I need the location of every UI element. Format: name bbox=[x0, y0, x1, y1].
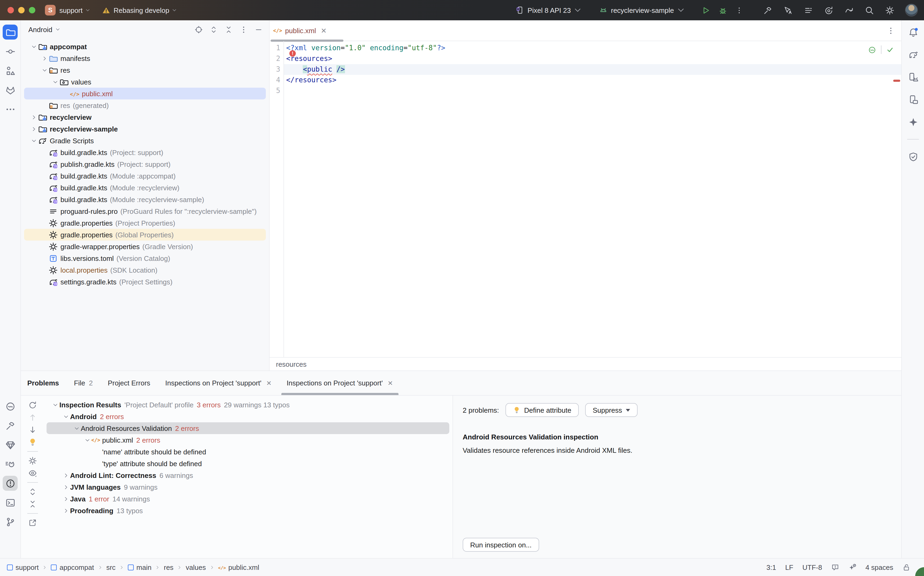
tree-item[interactable]: </>public.xml bbox=[24, 88, 266, 99]
run-inspection-button[interactable]: Run inspection on... bbox=[463, 538, 539, 552]
problem-row[interactable]: Android2 errors bbox=[47, 411, 449, 422]
tree-item[interactable]: manifests bbox=[24, 53, 266, 64]
problem-row[interactable]: Android Resources Validation2 errors bbox=[47, 422, 449, 434]
bulb-icon[interactable] bbox=[28, 438, 37, 446]
breadcrumb-item[interactable]: main bbox=[128, 563, 151, 571]
tool-stripe-more[interactable] bbox=[3, 102, 18, 117]
tree-item[interactable]: libs.versions.toml(Version Catalog) bbox=[24, 252, 266, 264]
tree-item[interactable]: res bbox=[24, 64, 266, 76]
rerun-icon[interactable] bbox=[28, 401, 37, 410]
tree-item[interactable]: settings.gradle.kts(Project Settings) bbox=[24, 276, 266, 288]
close-tab-icon[interactable]: ✕ bbox=[321, 26, 327, 35]
macos-close-button[interactable] bbox=[8, 7, 14, 13]
tree-item[interactable]: publish.gradle.kts(Project: support) bbox=[24, 158, 266, 170]
tree-item[interactable]: Gradle Scripts bbox=[24, 135, 266, 146]
ai-actions-icon[interactable] bbox=[784, 6, 793, 15]
tool-stripe-commit[interactable] bbox=[3, 44, 18, 59]
project-widget[interactable]: support bbox=[59, 6, 91, 14]
inspection-widget[interactable] bbox=[868, 45, 894, 54]
chevron-down-icon[interactable] bbox=[40, 66, 49, 74]
chevron-right-icon[interactable] bbox=[61, 506, 70, 515]
problem-row[interactable]: 'name' attribute should be defined bbox=[47, 446, 449, 458]
debug-button[interactable] bbox=[718, 6, 727, 15]
vcs-widget[interactable]: Rebasing develop bbox=[114, 6, 177, 14]
code-line[interactable]: !<resources> bbox=[284, 53, 901, 64]
define-attribute-button[interactable]: Define attribute bbox=[505, 403, 579, 417]
expand-all-icon[interactable] bbox=[28, 488, 37, 496]
tool-stripe-gradle-elephant[interactable] bbox=[906, 47, 921, 62]
editor-tab-public-xml[interactable]: </> public.xml ✕ bbox=[270, 20, 332, 41]
open-new-icon[interactable] bbox=[28, 518, 37, 527]
run-config-selector[interactable]: recyclerview-sample bbox=[599, 6, 689, 14]
comment-alert-icon[interactable] bbox=[831, 563, 839, 571]
eye-icon[interactable] bbox=[28, 469, 37, 477]
chevron-down-icon[interactable] bbox=[83, 436, 91, 444]
editor-options-icon[interactable] bbox=[887, 26, 895, 35]
tool-stripe-shield-check[interactable] bbox=[906, 149, 921, 164]
suppress-button[interactable]: Suppress bbox=[585, 403, 638, 417]
code-line[interactable]: <?xml version="1.0" encoding="utf-8"?> bbox=[284, 43, 901, 53]
arrow-up-disabled-icon[interactable] bbox=[28, 413, 37, 422]
chevron-down-icon[interactable] bbox=[51, 400, 59, 409]
collapse-all-icon[interactable] bbox=[28, 500, 37, 508]
problem-row[interactable]: Java1 error14 warnings bbox=[47, 493, 449, 505]
tool-stripe-device-manager[interactable] bbox=[906, 69, 921, 85]
code-line[interactable] bbox=[284, 86, 901, 96]
tool-stripe-structure[interactable] bbox=[3, 63, 18, 78]
tree-item[interactable]: local.properties(SDK Location) bbox=[24, 264, 266, 276]
code-line[interactable]: </resources> bbox=[284, 75, 901, 86]
tree-item[interactable]: appcompat bbox=[24, 41, 266, 53]
macos-minimize-button[interactable] bbox=[18, 7, 25, 13]
tool-stripe-inspections[interactable] bbox=[3, 399, 18, 414]
file-encoding[interactable]: UTF-8 bbox=[802, 563, 822, 571]
build-hammer-icon[interactable] bbox=[763, 6, 772, 15]
tree-item[interactable]: proguard-rules.pro(ProGuard Rules for ":… bbox=[24, 205, 266, 217]
close-tab-icon[interactable]: ✕ bbox=[266, 379, 272, 387]
user-avatar[interactable] bbox=[905, 4, 918, 17]
breadcrumb-item[interactable]: appcompat bbox=[51, 563, 94, 571]
tree-item[interactable]: build.gradle.kts(Module :recyclerview) bbox=[24, 182, 266, 194]
arrow-down-icon[interactable] bbox=[28, 426, 37, 434]
settings-icon[interactable] bbox=[885, 6, 894, 15]
code-line[interactable]: <public /> bbox=[284, 64, 901, 75]
chevron-right-icon[interactable] bbox=[61, 494, 70, 503]
tree-item[interactable]: build.gradle.kts(Module :appcompat) bbox=[24, 170, 266, 182]
line-ending[interactable]: LF bbox=[785, 563, 793, 571]
tool-stripe-git-branch[interactable] bbox=[3, 514, 18, 529]
tool-stripe-running-devices[interactable] bbox=[906, 92, 921, 107]
chevron-right-icon[interactable] bbox=[29, 113, 38, 122]
chevron-right-icon[interactable] bbox=[61, 471, 70, 480]
tab-file[interactable]: File2 bbox=[74, 371, 93, 395]
error-stripe-mark[interactable] bbox=[893, 80, 900, 82]
chevron-right-icon[interactable] bbox=[29, 125, 38, 133]
problem-row[interactable]: Inspection Results'Project Default' prof… bbox=[47, 399, 449, 411]
breadcrumb-item[interactable]: src bbox=[106, 563, 116, 571]
caret-position[interactable]: 3:1 bbox=[767, 563, 776, 571]
expand-all-icon[interactable] bbox=[210, 26, 218, 34]
breadcrumb-item[interactable]: res bbox=[164, 563, 173, 571]
task-list-icon[interactable] bbox=[804, 6, 813, 15]
breadcrumb[interactable]: resources bbox=[276, 360, 306, 368]
chevron-right-icon[interactable] bbox=[40, 54, 49, 62]
search-icon[interactable] bbox=[865, 6, 874, 15]
profiler-icon[interactable] bbox=[824, 6, 833, 15]
chevron-down-icon[interactable] bbox=[29, 136, 38, 145]
breadcrumb-item[interactable]: support bbox=[7, 563, 39, 571]
tool-stripe-app-quality[interactable] bbox=[3, 437, 18, 452]
chevron-down-icon[interactable] bbox=[72, 424, 81, 432]
tool-stripe-logcat[interactable] bbox=[3, 456, 18, 472]
breadcrumb-item[interactable]: values bbox=[186, 563, 206, 571]
problem-row[interactable]: Proofreading13 typos bbox=[47, 505, 449, 517]
locate-icon[interactable] bbox=[195, 26, 203, 34]
macos-zoom-button[interactable] bbox=[29, 7, 35, 13]
more-actions-button[interactable] bbox=[735, 6, 743, 15]
problem-row[interactable]: </>public.xml2 errors bbox=[47, 434, 449, 446]
run-button[interactable] bbox=[701, 6, 710, 15]
chevron-down-icon[interactable] bbox=[29, 42, 38, 51]
breadcrumb-item[interactable]: </>public.xml bbox=[218, 563, 260, 571]
problem-row[interactable]: JVM languages9 warnings bbox=[47, 481, 449, 493]
device-selector[interactable]: Pixel 8 API 23 bbox=[516, 6, 586, 14]
collapse-all-icon[interactable] bbox=[225, 26, 233, 34]
tree-item[interactable]: gradle-wrapper.properties(Gradle Version… bbox=[24, 240, 266, 252]
tree-item[interactable]: build.gradle.kts(Module :recyclerview-sa… bbox=[24, 194, 266, 205]
